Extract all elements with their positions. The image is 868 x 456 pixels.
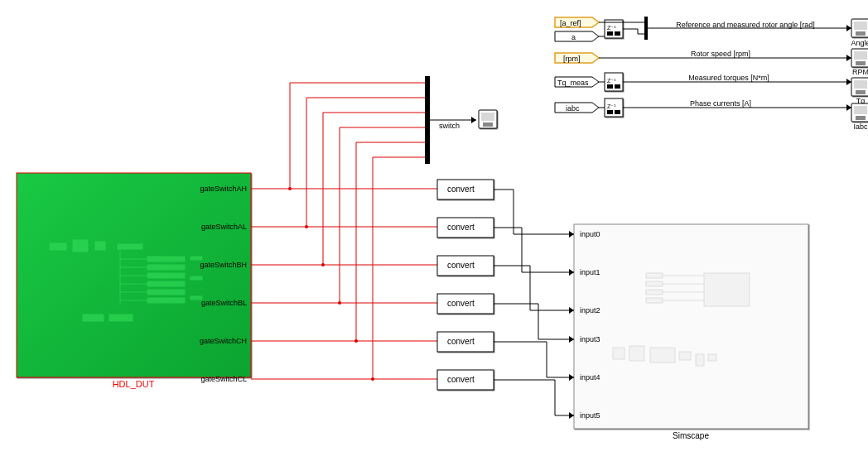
svg-text:input5: input5 [580, 411, 600, 420]
svg-text:convert: convert [447, 185, 475, 194]
svg-rect-31 [481, 113, 494, 121]
svg-rect-85 [615, 84, 620, 89]
svg-rect-65 [696, 354, 704, 366]
svg-text:[a_ref]: [a_ref] [560, 19, 581, 27]
simscape-name: Simscape [673, 431, 709, 440]
svg-point-26 [338, 301, 341, 305]
tag-a-ref[interactable]: [a_ref] [555, 17, 599, 27]
svg-marker-71 [569, 374, 574, 381]
rate-transition-tq[interactable]: Z⁻¹ [605, 73, 623, 91]
rate-transition-iabc[interactable]: Z⁻¹ [605, 98, 623, 117]
svg-rect-107 [854, 106, 867, 114]
svg-text:Z⁻¹: Z⁻¹ [607, 78, 616, 84]
convert-3[interactable]: convert [437, 294, 494, 314]
scope-iabc[interactable] [851, 103, 868, 122]
svg-rect-3 [95, 242, 105, 250]
svg-text:input3: input3 [580, 335, 600, 343]
svg-marker-93 [846, 104, 851, 111]
svg-rect-45 [574, 224, 808, 429]
svg-rect-7 [147, 273, 185, 278]
svg-rect-15 [109, 314, 133, 321]
port-label-al: gateSwitchAL [201, 223, 247, 231]
svg-rect-1 [50, 243, 66, 250]
scope-rpm[interactable] [851, 49, 868, 67]
svg-rect-96 [856, 31, 866, 36]
svg-rect-53 [646, 273, 663, 278]
svg-marker-68 [569, 269, 574, 276]
svg-rect-13 [190, 296, 202, 300]
svg-marker-92 [846, 79, 851, 85]
svg-rect-80 [607, 31, 613, 36]
svg-point-25 [321, 263, 325, 266]
svg-rect-64 [679, 352, 691, 360]
convert-1[interactable]: convert [437, 218, 494, 238]
tag-iabc[interactable]: iabc [555, 103, 599, 113]
svg-rect-95 [854, 22, 867, 30]
svg-point-24 [305, 225, 308, 228]
svg-text:a: a [571, 33, 576, 41]
svg-rect-52 [704, 273, 750, 306]
svg-marker-69 [569, 307, 574, 314]
svg-rect-56 [646, 298, 663, 303]
scope-switch[interactable] [479, 110, 497, 128]
svg-text:input4: input4 [580, 373, 600, 382]
svg-rect-5 [147, 257, 185, 262]
port-label-cl: gateSwitchCL [200, 375, 247, 383]
svg-rect-6 [147, 265, 185, 270]
port-label-ch: gateSwitchCH [200, 337, 247, 345]
hdl-dut-block[interactable]: gateSwitchAH gateSwitchAL gateSwitchBH g… [17, 173, 251, 383]
port-label-ah: gateSwitchAH [200, 185, 247, 193]
port-label-bl: gateSwitchBL [201, 299, 247, 307]
svg-rect-84 [607, 84, 613, 89]
svg-text:Z⁻¹: Z⁻¹ [607, 103, 616, 109]
svg-rect-14 [83, 314, 104, 321]
svg-rect-104 [856, 90, 866, 94]
tag-tq-meas[interactable]: Tq_meas [555, 77, 599, 87]
svg-rect-81 [615, 31, 620, 36]
svg-text:RPM: RPM [852, 68, 868, 76]
svg-text:convert: convert [447, 299, 475, 308]
svg-text:convert: convert [447, 223, 475, 232]
svg-rect-2 [73, 240, 88, 252]
svg-text:input1: input1 [580, 268, 600, 276]
scope-angle[interactable] [851, 19, 868, 37]
svg-marker-70 [569, 336, 574, 343]
svg-text:Angle: Angle [851, 39, 868, 47]
svg-rect-32 [483, 122, 493, 127]
svg-rect-10 [147, 298, 185, 303]
svg-rect-99 [854, 51, 867, 60]
svg-rect-8 [147, 281, 185, 286]
svg-rect-63 [650, 348, 675, 362]
label-rpm: Rotor speed [rpm] [691, 50, 750, 58]
svg-point-27 [354, 339, 358, 343]
convert-0[interactable]: convert [437, 180, 494, 199]
svg-text:input0: input0 [580, 230, 600, 238]
simscape-block[interactable]: input0 input1 input2 input3 input4 input… [574, 224, 808, 429]
mux-angle[interactable] [644, 17, 648, 40]
convert-2[interactable]: convert [437, 256, 494, 276]
port-label-bh: gateSwitchBH [200, 261, 247, 269]
svg-rect-108 [856, 116, 866, 120]
svg-rect-9 [147, 290, 185, 295]
svg-rect-62 [629, 346, 644, 361]
svg-rect-88 [607, 110, 613, 114]
tag-rpm[interactable]: [rpm] [555, 53, 599, 63]
scope-tq[interactable] [851, 78, 868, 96]
convert-4[interactable]: convert [437, 332, 494, 352]
svg-text:convert: convert [447, 337, 475, 346]
mux-label: switch [439, 122, 460, 130]
svg-text:convert: convert [447, 375, 475, 384]
tag-a[interactable]: a [555, 31, 599, 41]
svg-rect-12 [190, 276, 202, 280]
svg-rect-89 [615, 110, 620, 114]
svg-text:Z⁻¹: Z⁻¹ [607, 25, 616, 31]
svg-rect-66 [708, 354, 716, 361]
svg-point-28 [371, 377, 374, 381]
label-torque: Measured torques [N*m] [688, 74, 769, 82]
svg-text:Tq_meas: Tq_meas [557, 79, 589, 87]
mux-switch[interactable] [425, 76, 430, 164]
svg-rect-61 [613, 348, 624, 359]
svg-text:convert: convert [447, 261, 475, 270]
svg-marker-91 [846, 55, 851, 61]
convert-5[interactable]: convert [437, 370, 494, 390]
